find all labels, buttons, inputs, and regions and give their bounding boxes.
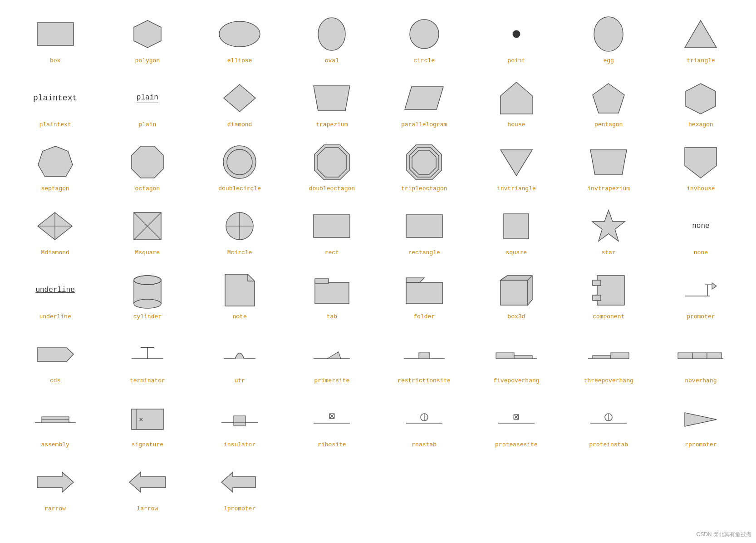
- label-tripleoctagon: tripleoctagon: [401, 185, 447, 192]
- cell-point: point: [470, 9, 562, 69]
- label-doubleoctagon: doubleoctagon: [309, 185, 355, 192]
- cell-underline: underline underline: [9, 265, 101, 325]
- label-folder: folder: [413, 313, 435, 320]
- svg-text:✕: ✕: [138, 416, 144, 424]
- svg-rect-52: [597, 276, 624, 305]
- cell-septagon: septagon: [9, 137, 101, 197]
- label-invtrapezium: invtrapezium: [587, 185, 630, 192]
- svg-marker-57: [705, 283, 717, 289]
- label-cylinder: cylinder: [133, 313, 162, 320]
- label-house: house: [507, 121, 525, 128]
- svg-marker-13: [686, 84, 716, 114]
- cell-box: box: [9, 9, 101, 69]
- cell-assembly: assembly: [9, 393, 101, 453]
- cell-parallelogram: parallelogram: [378, 73, 470, 133]
- label-rarrow: rarrow: [44, 505, 66, 512]
- label-octagon: octagon: [135, 185, 160, 192]
- cell-empty1: [286, 457, 378, 517]
- cell-doublecircle: doublecircle: [194, 137, 286, 197]
- svg-marker-7: [685, 20, 717, 48]
- svg-marker-96: [685, 413, 717, 426]
- label-none: none: [694, 249, 708, 256]
- cell-rectangle: rectangle: [378, 201, 470, 261]
- cell-cylinder: cylinder: [101, 265, 193, 325]
- svg-rect-37: [504, 214, 529, 239]
- label-star: star: [602, 249, 616, 256]
- cell-octagon: octagon: [101, 137, 193, 197]
- label-ribosite: ribosite: [318, 441, 346, 448]
- svg-marker-64: [327, 352, 341, 359]
- label-Msquare: Msquare: [135, 249, 160, 256]
- cell-pentagon: pentagon: [563, 73, 655, 133]
- cell-rect: rect: [286, 201, 378, 261]
- label-larrow: larrow: [137, 505, 158, 512]
- svg-marker-11: [501, 82, 532, 114]
- cell-invtriangle: invtriangle: [470, 137, 562, 197]
- cell-Mcircle: Mcircle: [194, 201, 286, 261]
- cell-circle: circle: [378, 9, 470, 69]
- cell-primersite: primersite: [286, 329, 378, 389]
- cell-oval: oval: [286, 9, 378, 69]
- cell-tripleoctagon: tripleoctagon: [378, 137, 470, 197]
- cell-proteasesite: ⊠ proteasesite: [470, 393, 562, 453]
- label-ellipse: ellipse: [227, 57, 252, 64]
- label-oval: oval: [325, 57, 339, 64]
- svg-marker-99: [221, 472, 255, 492]
- label-rect: rect: [325, 249, 339, 256]
- label-pentagon: pentagon: [594, 121, 623, 128]
- svg-rect-46: [406, 282, 442, 304]
- label-rnastab: rnastab: [412, 441, 437, 448]
- label-rectangle: rectangle: [408, 249, 440, 256]
- label-hexagon: hexagon: [688, 121, 713, 128]
- label-box3d: box3d: [507, 313, 525, 320]
- cell-triangle: triangle: [655, 9, 747, 69]
- label-egg: egg: [603, 57, 614, 64]
- cell-ellipse: ellipse: [194, 9, 286, 69]
- svg-marker-58: [37, 348, 74, 361]
- svg-marker-18: [314, 145, 349, 180]
- svg-marker-43: [225, 274, 255, 306]
- label-doublecircle: doublecircle: [218, 185, 261, 192]
- label-invhouse: invhouse: [687, 185, 715, 192]
- label-threepoverhang: threepoverhang: [584, 377, 633, 384]
- svg-point-6: [594, 17, 623, 51]
- svg-rect-35: [314, 215, 350, 237]
- svg-rect-54: [593, 295, 601, 301]
- label-proteinstab: proteinstab: [589, 441, 628, 448]
- label-plain: plain: [138, 121, 156, 128]
- svg-marker-47: [406, 278, 424, 282]
- cell-note: note: [194, 265, 286, 325]
- svg-text:⊠: ⊠: [513, 413, 520, 422]
- cell-Mdiamond: Mdiamond: [9, 201, 101, 261]
- label-assembly: assembly: [41, 441, 69, 448]
- label-septagon: septagon: [41, 185, 69, 192]
- svg-text:⊠: ⊠: [329, 412, 335, 421]
- shapes-grid: box polygon ellipse oval: [9, 9, 747, 517]
- svg-rect-84: [234, 416, 245, 426]
- cell-plaintext: plaintext plaintext: [9, 73, 101, 133]
- svg-marker-24: [590, 150, 627, 175]
- cell-threepoverhang: threepoverhang: [563, 329, 655, 389]
- label-Mdiamond: Mdiamond: [41, 249, 69, 256]
- cell-hexagon: hexagon: [655, 73, 747, 133]
- label-box: box: [50, 57, 60, 64]
- svg-rect-36: [406, 215, 442, 237]
- svg-rect-0: [37, 23, 74, 45]
- cell-box3d: box3d: [470, 265, 562, 325]
- label-parallelogram: parallelogram: [401, 121, 447, 128]
- label-signature: signature: [132, 441, 163, 448]
- svg-point-2: [219, 21, 260, 47]
- cell-utr: utr: [194, 329, 286, 389]
- label-component: component: [593, 313, 624, 320]
- svg-rect-66: [419, 353, 430, 359]
- label-invtriangle: invtriangle: [497, 185, 536, 192]
- label-rpromoter: rpromoter: [685, 441, 717, 448]
- svg-rect-44: [315, 282, 349, 304]
- cell-terminator: terminator: [101, 329, 193, 389]
- svg-marker-14: [38, 146, 73, 177]
- label-underline: underline: [39, 313, 71, 320]
- label-square: square: [506, 249, 527, 256]
- svg-marker-98: [129, 472, 166, 492]
- label-restrictionsite: restrictionsite: [398, 377, 451, 384]
- cell-restrictionsite: restrictionsite: [378, 329, 470, 389]
